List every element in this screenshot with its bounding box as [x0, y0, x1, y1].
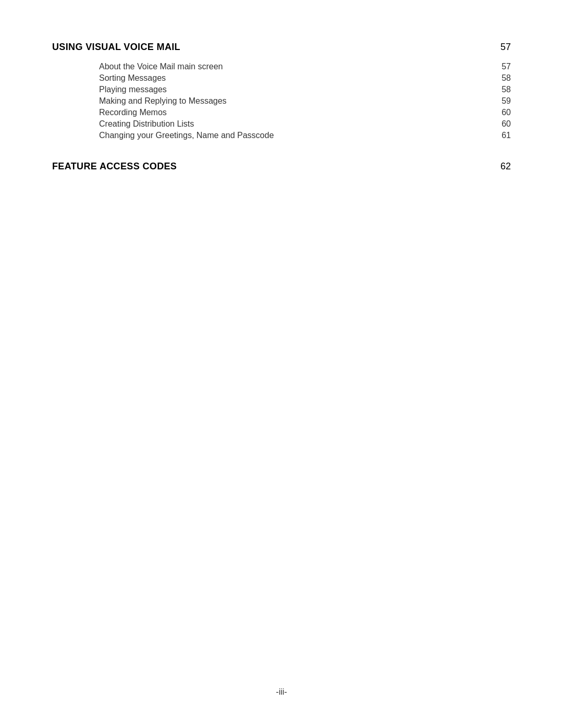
section-title-feature-access-codes: FEATURE ACCESS CODES	[52, 161, 177, 172]
toc-entry-page: 58	[490, 73, 511, 83]
toc-entry-label: Sorting Messages	[99, 73, 166, 83]
toc-entry-page: 57	[490, 62, 511, 71]
toc-entry: Making and Replying to Messages59	[99, 96, 511, 106]
toc-entry-page: 58	[490, 85, 511, 94]
toc-entry-label: Changing your Greetings, Name and Passco…	[99, 131, 274, 140]
toc-entry-label: Playing messages	[99, 85, 167, 94]
toc-entry-page: 61	[490, 131, 511, 140]
section-page-feature-access-codes: 62	[500, 161, 511, 172]
section-title-using-visual-voice-mail: USING VISUAL VOICE MAIL	[52, 42, 180, 53]
toc-entries-using-visual-voice-mail: About the Voice Mail main screen57Sortin…	[99, 62, 511, 140]
toc-entry-page: 59	[490, 96, 511, 106]
page: USING VISUAL VOICE MAIL57About the Voice…	[0, 0, 563, 728]
section-header-feature-access-codes: FEATURE ACCESS CODES62	[52, 161, 511, 172]
toc-entry-label: Making and Replying to Messages	[99, 96, 227, 106]
section-header-using-visual-voice-mail: USING VISUAL VOICE MAIL57	[52, 42, 511, 53]
toc-entry-page: 60	[490, 108, 511, 117]
toc-entry: Sorting Messages58	[99, 73, 511, 83]
toc-entry: Changing your Greetings, Name and Passco…	[99, 131, 511, 140]
toc-entry-label: Recording Memos	[99, 108, 167, 117]
section-feature-access-codes: FEATURE ACCESS CODES62	[52, 161, 511, 172]
toc-entry: Creating Distribution Lists60	[99, 119, 511, 129]
toc-entry: Recording Memos60	[99, 108, 511, 117]
section-using-visual-voice-mail: USING VISUAL VOICE MAIL57About the Voice…	[52, 42, 511, 140]
toc-entry: Playing messages58	[99, 85, 511, 94]
footer-text: -iii-	[276, 687, 287, 696]
page-footer: -iii-	[0, 687, 563, 697]
section-page-using-visual-voice-mail: 57	[500, 42, 511, 53]
toc-entry-page: 60	[490, 119, 511, 129]
toc-entry: About the Voice Mail main screen57	[99, 62, 511, 71]
toc-entry-label: About the Voice Mail main screen	[99, 62, 223, 71]
toc-entry-label: Creating Distribution Lists	[99, 119, 194, 129]
